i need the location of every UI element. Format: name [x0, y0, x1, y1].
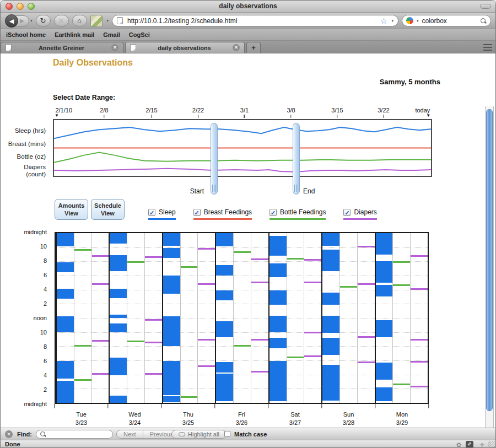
url-bar[interactable]: ☆ ▾: [112, 15, 398, 26]
legend-checkbox[interactable]: ✓: [193, 209, 201, 216]
find-label: Find:: [17, 431, 32, 438]
y-axis-label: 2: [44, 386, 47, 393]
bookmark-cogsci[interactable]: CogSci: [129, 31, 150, 38]
diaper-mark: [411, 386, 428, 387]
diaper-subcolumn: [197, 233, 215, 403]
y-axis-label: 8: [44, 257, 47, 264]
legend-checkbox[interactable]: ✓: [269, 209, 277, 216]
vertical-scrollbar[interactable]: ▲ ▼: [485, 106, 494, 428]
history-dropdown-icon[interactable]: ▾: [30, 19, 33, 23]
tab-close-icon[interactable]: ✕: [111, 44, 118, 51]
sleep-subcolumn: [110, 233, 127, 403]
diaper-mark: [304, 259, 321, 261]
match-case-checkbox[interactable]: [224, 431, 230, 437]
find-input[interactable]: [48, 430, 109, 438]
day-boundary-tick: [54, 404, 55, 408]
feeding-subcolumn: [180, 233, 198, 403]
map-bookmark-icon[interactable]: [90, 15, 103, 27]
diaper-mark: [411, 361, 428, 363]
find-next-button[interactable]: Next: [117, 430, 143, 438]
bottle-feeding-mark: [74, 379, 91, 381]
legend-color-bar: [193, 218, 252, 220]
diaper-mark: [251, 282, 268, 283]
legend-checkbox[interactable]: ✓: [343, 209, 351, 216]
y-axis-label: 4: [44, 372, 47, 379]
navigation-toolbar: ◀ ▶ ▾ ↻ ✕ ⌂ ▾ ☆ ▾ ▾: [1, 13, 495, 29]
amounts-view-button[interactable]: AmountsView: [55, 199, 88, 220]
timeline-tick-label: 3/15: [331, 107, 343, 114]
timeline-tick-marker: [151, 115, 152, 118]
title-bar: daily observations: [1, 1, 495, 13]
bookmark-earthlink-mail[interactable]: Earthlink mail: [55, 31, 94, 38]
back-button[interactable]: ◀: [5, 14, 18, 28]
timeline-row-label: Sleep (hrs): [15, 127, 46, 134]
google-engine-icon[interactable]: [406, 17, 413, 24]
page-content: Daily Observations Sammy, 5 months Selec…: [1, 53, 495, 428]
bookmark-gmail[interactable]: Gmail: [103, 31, 120, 38]
diaper-mark: [304, 282, 321, 283]
schedule-view-button[interactable]: ScheduleView: [91, 199, 125, 220]
sleep-block: [376, 285, 393, 297]
map-dropdown-icon[interactable]: ▾: [107, 19, 109, 23]
timeline-series-Sleep (hrs): [54, 127, 431, 138]
bottle-feeding-mark: [234, 345, 251, 347]
url-input[interactable]: [126, 17, 377, 25]
toolbar-toggle-lozenge[interactable]: [480, 4, 491, 9]
sleep-block: [110, 323, 127, 332]
new-tab-button[interactable]: +: [246, 42, 261, 53]
diaper-mark: [358, 361, 375, 363]
highlight-all-button[interactable]: Highlight all: [171, 430, 227, 439]
firebug-icon[interactable]: ✿: [456, 441, 461, 448]
diaper-mark: [92, 373, 109, 375]
legend-row: ✓Bottle Feedings: [269, 208, 326, 216]
range-end-handle[interactable]: [293, 123, 300, 195]
bottle-feeding-mark: [340, 286, 357, 288]
sleep-block: [322, 316, 339, 333]
day-label-sun: Sun3/28: [322, 411, 375, 427]
find-close-icon[interactable]: ✕: [5, 430, 13, 438]
resize-grip[interactable]: [488, 441, 495, 448]
diaper-subcolumn: [251, 233, 268, 403]
url-dropdown-icon[interactable]: ▾: [391, 19, 393, 23]
diaper-mark: [358, 336, 375, 338]
diaper-mark: [358, 283, 375, 285]
tab-title: daily observations: [140, 45, 229, 51]
timeline-arrow-marker: ▼: [426, 113, 430, 118]
find-input-field[interactable]: [36, 430, 113, 439]
timeline-axis: 2/1/10▼2/82/152/223/13/83/153/22today▼: [53, 107, 432, 119]
timeline-tick-label: 3/8: [287, 107, 295, 114]
range-start-handle[interactable]: [211, 123, 218, 195]
search-magnifier-icon[interactable]: [480, 18, 487, 24]
search-input[interactable]: [421, 17, 478, 25]
sleep-block: [216, 265, 233, 276]
window-title: daily observations: [1, 2, 495, 10]
y-axis-label: 4: [44, 286, 47, 293]
diaper-mark: [145, 256, 162, 258]
search-engine-dropdown-icon[interactable]: ▾: [417, 19, 419, 23]
sleep-block: [216, 362, 233, 373]
sleep-subcolumn: [216, 233, 233, 403]
sleep-block: [163, 276, 180, 294]
bookmark-star-icon[interactable]: ☆: [380, 17, 387, 25]
diaper-mark: [145, 342, 162, 343]
y-axis-label: 10: [40, 329, 47, 336]
web-search-field[interactable]: ▾: [402, 15, 491, 26]
scrollbar-thumb[interactable]: [486, 109, 493, 411]
tab-daily-observations[interactable]: daily observations ✕: [125, 42, 245, 53]
home-button[interactable]: ⌂: [72, 15, 87, 26]
timeline-row-label: Breast (mins): [8, 141, 46, 148]
bookmark-ischool-home[interactable]: iSchool home: [6, 31, 46, 38]
legend-color-bar: [269, 218, 326, 220]
day-label-mon: Mon3/29: [375, 411, 429, 427]
timeline-tick-marker: [383, 115, 384, 118]
reload-button[interactable]: ↻: [36, 15, 51, 26]
highlight-all-icon: [179, 432, 185, 436]
tab-annette-greiner[interactable]: Annette Greiner ✕: [1, 42, 123, 53]
stop-button[interactable]: ✕: [54, 15, 69, 26]
list-all-tabs-icon[interactable]: [483, 44, 492, 51]
day-column-fri: [215, 233, 268, 403]
tab-close-icon[interactable]: ✕: [233, 44, 240, 51]
add-icon[interactable]: +: [479, 440, 484, 448]
legend-checkbox[interactable]: ✓: [148, 209, 155, 216]
pin-icon[interactable]: ✐: [466, 441, 473, 448]
